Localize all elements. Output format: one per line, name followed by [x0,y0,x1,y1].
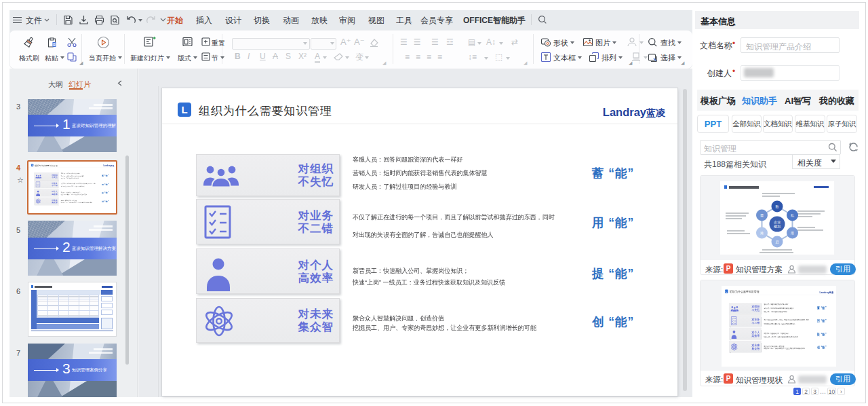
svg-text:用: 用 [790,231,794,236]
svg-text:启: 启 [776,240,779,244]
svg-text:难: 难 [760,231,764,235]
svg-text:需: 需 [760,213,764,217]
svg-text:规划: 规划 [774,224,781,229]
svg-text:散: 散 [776,204,779,209]
svg-text:乱: 乱 [791,213,794,218]
